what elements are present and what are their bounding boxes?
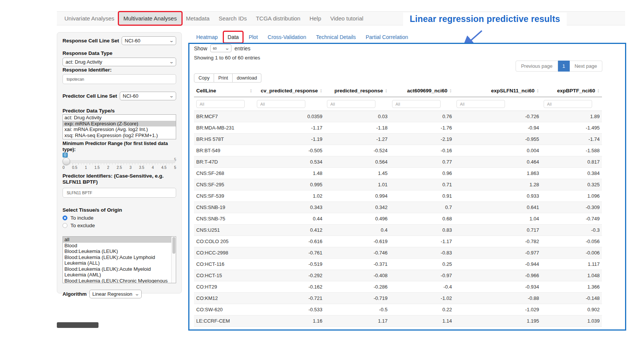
response-cell-line-set-select[interactable]: NCI-60 ⌄ [122, 36, 176, 45]
copy-button[interactable]: Copy [194, 73, 214, 83]
nav-item-tcga-distribution[interactable]: TCGA distribution [251, 12, 305, 25]
print-button[interactable]: Print [214, 73, 233, 83]
page-length-select[interactable]: 60 ⌄ [210, 44, 231, 52]
algorithm-label: Algorithm [63, 291, 87, 297]
nav-item-metadata[interactable]: Metadata [181, 12, 214, 25]
column-filter-act609699-nci60[interactable] [392, 100, 441, 108]
tissue-option[interactable]: Blood:Leukemia (LEUK):Chronic Myelogenou… [63, 278, 172, 284]
algorithm-select[interactable]: Linear Regression ⌄ [89, 290, 142, 298]
table-row: CO:SW-620-0.533-0.50.22-1.0290.902 [194, 304, 602, 315]
nav-item-multivariate-analyses[interactable]: Multivariate Analyses [119, 12, 181, 25]
tissue-include-radio[interactable]: To include [63, 215, 176, 221]
response-data-type-select[interactable]: act: Drug Activity ⌄ [63, 58, 176, 66]
nav-item-univariate-analyses[interactable]: Univariate Analyses [60, 12, 119, 25]
tissue-option[interactable]: Blood:Leukemia (LEUK):Acute Myeloid Leuk… [63, 266, 172, 278]
predictor-data-type-option[interactable]: xai: mRNA Expression (Avg. log2 Int.) [63, 126, 176, 133]
column-header-content: expSLFN11_nci60▲▼ [456, 88, 539, 94]
nav-item-help[interactable]: Help [305, 12, 326, 25]
table-cell: 0.343 [255, 202, 325, 213]
next-page-button[interactable]: Next page [570, 61, 602, 72]
table-cell: 0.534 [255, 156, 325, 168]
nav-item-search-ids[interactable]: Search IDs [214, 12, 251, 25]
table-row: CNS:SF-2950.9951.010.711.280.325 [194, 179, 602, 190]
table-cell: -0.955 [454, 134, 541, 145]
scrollbar[interactable] [171, 237, 176, 283]
chevron-down-icon: ⌄ [225, 46, 230, 51]
column-header-label: predicted_response [335, 88, 383, 94]
slider-tick-label: 3.5 [139, 165, 144, 170]
table-cell: -1.029 [454, 304, 541, 315]
table-row: CO:HCT-15-0.292-0.408-0.97-0.9661.048 [194, 270, 602, 281]
column-header-cellline[interactable]: CellLine▲▼ [194, 85, 255, 97]
page-1-button[interactable]: 1 [558, 61, 570, 72]
scrollbar-thumb[interactable] [172, 237, 175, 254]
download-button[interactable]: download [233, 73, 262, 83]
nav-item-video-tutorial[interactable]: Video tutorial [326, 12, 368, 25]
response-identifier-input[interactable]: topotecan [63, 74, 176, 84]
table-cell: CNS:SF-539 [194, 190, 255, 202]
slider-track[interactable] [63, 160, 175, 163]
table-cell: -1.74 [541, 134, 602, 145]
predictor-cell-line-set-select[interactable]: NCI-60 ⌄ [120, 92, 176, 100]
results-table: CellLine▲▼cv_predicted_response▲▼predict… [194, 85, 602, 331]
table-cell: 0.994 [325, 190, 390, 202]
column-header-label: CellLine [196, 88, 216, 94]
table-cell: -0.309 [541, 202, 602, 213]
table-row: CO:COLO 205-0.616-0.619-1.17-0.782-0.056 [194, 236, 602, 247]
column-header-expbptf-nci60[interactable]: expBPTF_nci60▲▼ [541, 85, 602, 97]
table-cell: -0.006 [541, 247, 602, 259]
slider-tick-label: 4 [152, 165, 154, 170]
column-header-content: cv_predicted_response▲▼ [257, 88, 322, 94]
column-filter-expslfn11-nci60[interactable] [456, 100, 505, 108]
table-row: BR:BT-549-0.505-0.524-0.160.004-1.588 [194, 145, 602, 156]
table-row: CNS:SNB-190.3430.3420.70.641-0.309 [194, 202, 602, 213]
table-cell: -0.726 [454, 111, 541, 122]
tab-plot[interactable]: Plot [245, 32, 261, 42]
table-cell: 0.995 [255, 179, 325, 190]
tab-cross-validation[interactable]: Cross-Validation [264, 32, 310, 42]
table-cell: 0.22 [390, 304, 454, 315]
column-header-expslfn11-nci60[interactable]: expSLFN11_nci60▲▼ [454, 85, 541, 97]
table-cell: 0.902 [541, 304, 602, 315]
table-cell: 0.77 [390, 156, 454, 168]
predictor-data-type-option[interactable]: xsq: RNA-seq Expression (log2 FPKM+1.) [63, 133, 176, 139]
table-cell: -0.056 [541, 236, 602, 247]
tissue-option[interactable]: Blood [63, 243, 172, 249]
slider-tick-label: 0.5 [72, 165, 77, 170]
table-row: CNS:SF-2681.481.450.961.8630.384 [194, 168, 602, 179]
tissue-listbox[interactable]: allBloodBlood:Leukemia (LEUK)Blood:Leuke… [63, 236, 176, 283]
slider-tick-label: 3 [130, 165, 132, 170]
table-cell: -1.495 [541, 122, 602, 134]
predictor-data-type-option[interactable]: exp: mRNA Expression (Z-Score) [63, 121, 176, 127]
cutoff-element [57, 322, 98, 328]
column-header-predicted-response[interactable]: predicted_response▲▼ [325, 85, 390, 97]
column-header-act609699-nci60[interactable]: act609699_nci60▲▼ [390, 85, 454, 97]
table-cell: 0.464 [454, 156, 541, 168]
slider-handle[interactable] [63, 158, 70, 165]
table-cell: 1.096 [541, 190, 602, 202]
tab-data[interactable]: Data [224, 32, 243, 42]
tab-partial-correlation[interactable]: Partial Correlation [362, 32, 412, 42]
predictor-data-type-listbox[interactable]: act: Drug Activityexp: mRNA Expression (… [63, 114, 176, 139]
predictor-identifiers-input[interactable]: SLFN11 BPTF [63, 188, 176, 198]
tissue-option[interactable]: Blood:Leukemia (LEUK) [63, 248, 172, 254]
table-cell: 0.03 [325, 111, 390, 122]
table-cell: -0.286 [325, 281, 390, 293]
column-filter-cv-predicted-response[interactable] [257, 100, 305, 108]
column-header-cv-predicted-response[interactable]: cv_predicted_response▲▼ [255, 85, 325, 97]
table-cell: 0.934 [325, 327, 390, 331]
table-cell: -0.505 [255, 145, 325, 156]
table-cell: CNS:SNB-19 [194, 202, 255, 213]
column-filter-predicted-response[interactable] [327, 100, 375, 108]
predictor-data-type-option[interactable]: act: Drug Activity [63, 115, 176, 121]
tissue-option[interactable]: Blood:Leukemia (LEUK):Acute Lymphoid Leu… [63, 254, 172, 266]
tab-heatmap[interactable]: Heatmap [192, 32, 222, 42]
table-cell: 0.817 [541, 156, 602, 168]
column-filter-cellline[interactable] [196, 100, 245, 108]
tissue-option[interactable]: all [63, 237, 172, 243]
tissue-exclude-radio[interactable]: To exclude [63, 223, 176, 228]
column-header-content: expBPTF_nci60▲▼ [544, 88, 600, 94]
tab-technical-details[interactable]: Technical Details [312, 32, 360, 42]
column-filter-expbptf-nci60[interactable] [544, 100, 592, 108]
previous-page-button[interactable]: Previous page [516, 61, 558, 72]
